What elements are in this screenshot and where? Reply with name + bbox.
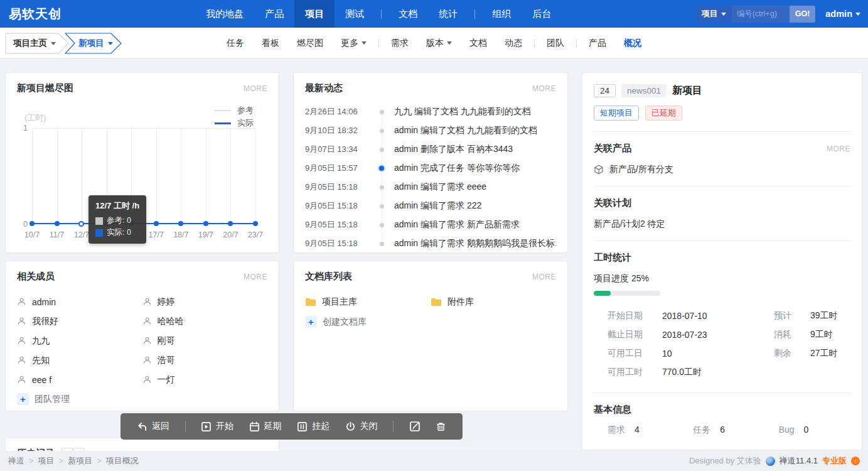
- create-doc-library-link[interactable]: + 创建文档库: [294, 312, 567, 328]
- activity-text[interactable]: admin 完成了任务 等你等你等你: [394, 163, 520, 174]
- member-item[interactable]: 哈哈哈: [142, 311, 268, 331]
- doc-library-name: 项目主库: [322, 296, 357, 308]
- nav-item-my[interactable]: 我的地盘: [195, 0, 254, 28]
- chart-legend: 参考 实际: [215, 104, 254, 129]
- linked-products-more-link[interactable]: MORE: [827, 144, 850, 153]
- field-value: 6: [720, 425, 725, 436]
- tab-current-project[interactable]: 新项目: [65, 33, 122, 54]
- member-item[interactable]: 先知: [17, 350, 142, 370]
- menu-overview[interactable]: 概况: [615, 38, 650, 49]
- activity-text[interactable]: admin 编辑了需求 eeee: [394, 181, 486, 193]
- gridline: [230, 129, 231, 224]
- gridline: [156, 129, 157, 224]
- burndown-more-link[interactable]: MORE: [244, 84, 267, 93]
- data-point[interactable]: [154, 221, 159, 226]
- legend-reference[interactable]: 参考: [215, 104, 254, 117]
- nav-item-report[interactable]: 统计: [428, 0, 468, 28]
- member-item[interactable]: 一灯: [142, 370, 268, 389]
- member-item[interactable]: 婷婷: [142, 292, 268, 311]
- breadcrumb-project-name[interactable]: 新项目: [68, 455, 106, 467]
- search-input[interactable]: [732, 6, 790, 23]
- member-item[interactable]: 浩哥: [142, 350, 268, 370]
- menu-kanban[interactable]: 看板: [253, 38, 288, 49]
- menu-task[interactable]: 任务: [218, 38, 253, 49]
- linked-product-item[interactable]: 新产品/所有分支: [594, 164, 850, 175]
- person-icon: [142, 297, 152, 306]
- data-point[interactable]: [55, 221, 60, 226]
- menu-product[interactable]: 产品: [580, 38, 615, 49]
- member-item[interactable]: 九九: [17, 331, 142, 350]
- linked-products-title: 关联产品: [594, 143, 631, 154]
- designed-by-label[interactable]: Designed by 艾体验: [689, 455, 761, 467]
- member-item[interactable]: 刚哥: [142, 331, 268, 350]
- team-manage-link[interactable]: + 团队管理: [6, 389, 279, 405]
- activity-text[interactable]: admin 编辑了需求 新产品新需求: [394, 219, 520, 230]
- back-button[interactable]: 返回: [137, 421, 169, 432]
- member-item[interactable]: 我很好: [17, 311, 142, 331]
- breadcrumb-project[interactable]: 项目: [38, 455, 68, 467]
- menu-dynamic[interactable]: 动态: [496, 38, 531, 49]
- member-item[interactable]: eee f: [17, 370, 142, 389]
- progress-bar: [594, 291, 660, 296]
- docs-more-link[interactable]: MORE: [532, 273, 556, 281]
- data-point[interactable]: [203, 221, 208, 226]
- breadcrumb-home[interactable]: 禅道: [8, 455, 38, 467]
- activity-text[interactable]: admin 删除了版本 百衲本3443: [394, 144, 513, 155]
- suspend-button[interactable]: 挂起: [297, 421, 330, 432]
- nav-item-admin[interactable]: 后台: [522, 0, 562, 28]
- menu-burndown[interactable]: 燃尽图: [288, 38, 332, 49]
- activity-row: 9月05日 15:18admin 编辑了需求 新产品新需求: [305, 215, 556, 234]
- delete-button[interactable]: [436, 421, 446, 432]
- activity-text[interactable]: admin 编辑了需求 222: [394, 200, 481, 212]
- legend-actual[interactable]: 实际: [215, 117, 254, 129]
- main-nav: 我的地盘 产品 项目 测试 文档 统计 组织 后台: [195, 0, 562, 28]
- breadcrumb-current-page: 项目概况: [106, 455, 139, 467]
- search-go-button[interactable]: GO!: [790, 6, 816, 23]
- menu-story[interactable]: 需求: [382, 38, 417, 49]
- nav-item-org[interactable]: 组织: [481, 0, 522, 28]
- app-version[interactable]: 禅道11.4.1: [780, 455, 818, 467]
- data-point[interactable]: [29, 221, 35, 226]
- cube-icon: [594, 165, 604, 175]
- data-point[interactable]: [228, 221, 233, 226]
- members-more-link[interactable]: MORE: [244, 273, 267, 281]
- data-point[interactable]: [178, 221, 183, 226]
- menu-team[interactable]: 团队: [538, 38, 573, 49]
- close-button[interactable]: 关闭: [345, 421, 378, 432]
- nav-item-project[interactable]: 项目: [294, 0, 335, 28]
- menu-doc[interactable]: 文档: [461, 38, 496, 49]
- menu-build[interactable]: 版本: [417, 38, 461, 49]
- activity-text[interactable]: admin 编辑了需求 鹅鹅鹅鹅呜我是很长标...: [394, 238, 556, 249]
- delay-button[interactable]: 延期: [249, 421, 282, 432]
- data-point-hovered[interactable]: [78, 221, 84, 227]
- user-menu[interactable]: admin: [825, 9, 860, 19]
- trash-icon: [436, 421, 446, 432]
- upgrade-icon[interactable]: ↑: [851, 457, 860, 465]
- legend-reference-label: 参考: [237, 105, 254, 116]
- edition-label[interactable]: 专业版: [822, 455, 847, 467]
- data-point[interactable]: [253, 221, 258, 226]
- menu-more[interactable]: 更多: [332, 38, 375, 49]
- project-header: 24 news001 新项目: [594, 73, 850, 97]
- edit-button[interactable]: [409, 421, 421, 432]
- linked-plan-item[interactable]: 新产品/计划2 待定: [594, 219, 850, 230]
- timeline: [369, 197, 394, 215]
- gridline: [181, 129, 181, 224]
- chevron-down-icon: [108, 42, 113, 45]
- activities-more-link[interactable]: MORE: [532, 84, 556, 93]
- y-tick-0: 0: [23, 220, 28, 229]
- search-scope-dropdown[interactable]: 项目: [696, 6, 732, 23]
- nav-item-test[interactable]: 测试: [335, 0, 375, 28]
- calendar-icon: [249, 421, 260, 432]
- start-button[interactable]: 开始: [201, 421, 233, 432]
- tab-project-home[interactable]: 项目主页: [5, 33, 70, 54]
- doc-library-item[interactable]: 项目主库: [305, 292, 431, 312]
- activity-text[interactable]: admin 编辑了文档 九九能看到的文档: [394, 125, 537, 136]
- doc-library-item[interactable]: 附件库: [431, 292, 556, 312]
- activity-text[interactable]: 九九 编辑了文档 九九能看到的文档: [394, 106, 531, 117]
- nav-item-doc[interactable]: 文档: [388, 0, 428, 28]
- chart-tooltip: 12/7 工时 /h 参考: 0 实际: 0: [88, 195, 146, 244]
- nav-item-product[interactable]: 产品: [254, 0, 294, 28]
- divider: [594, 241, 850, 241]
- member-item[interactable]: admin: [17, 292, 142, 311]
